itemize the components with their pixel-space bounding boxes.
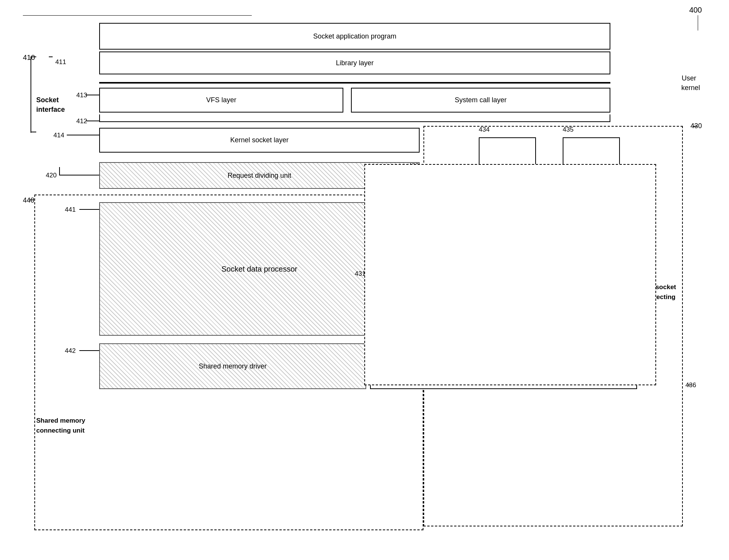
vfs-layer-box: VFS layer	[99, 88, 343, 113]
ref-420-line	[59, 175, 100, 175]
user-kernel-line	[99, 82, 610, 84]
ref-441-line	[79, 209, 100, 210]
ref-440: 440	[23, 196, 34, 204]
kernel-socket-layer-label: Kernel socket layer	[230, 136, 288, 144]
system-call-layer-label: System call layer	[455, 96, 507, 104]
ref-436-line	[688, 385, 692, 385]
ref-430-line	[694, 126, 697, 127]
shared-memory-driver-label: Shared memory driver	[199, 362, 267, 370]
bracket-410-h	[31, 56, 36, 57]
library-layer-label: Library layer	[336, 59, 373, 67]
ref-442: 442	[65, 347, 76, 355]
socket-app-box: Socket application program	[99, 23, 610, 50]
socket-interface-label: Socketinterface	[36, 95, 65, 114]
bracket-410-bot	[31, 132, 36, 132]
socket-app-label: Socket application program	[313, 32, 396, 40]
user-label: User	[682, 74, 696, 82]
ref-434: 434	[479, 126, 489, 134]
ref-412: 412	[76, 117, 87, 125]
ref-420: 420	[46, 172, 56, 179]
kernel-label: kernel	[681, 84, 700, 92]
ref-400: 400	[689, 6, 702, 14]
ref-line-400	[23, 15, 252, 16]
request-dividing-unit-label: Request dividing unit	[227, 172, 291, 180]
ref-441: 441	[65, 206, 76, 214]
ref-line-400-v	[697, 15, 698, 31]
tcp-ip-dashed-box	[364, 164, 656, 385]
ref-414-line	[67, 135, 100, 135]
ref-420-v	[59, 167, 60, 175]
kernel-socket-layer-box: Kernel socket layer	[99, 128, 420, 153]
ref-442-line	[79, 350, 100, 351]
ref-435: 435	[563, 126, 573, 134]
shared-memory-connecting-unit-label: Shared memoryconnecting unit	[36, 416, 85, 435]
ref-436: 436	[686, 381, 696, 389]
socket-data-processor-label: Socket data processor	[222, 265, 298, 274]
ref-440-line	[30, 200, 34, 200]
ref-414: 414	[53, 132, 64, 139]
ref-413: 413	[76, 92, 87, 99]
ref-411-line	[49, 56, 53, 57]
bracket-410-v	[31, 56, 31, 133]
ref-413-line	[86, 95, 100, 95]
shared-memory-driver-box: Shared memory driver	[99, 343, 366, 389]
vfs-layer-label: VFS layer	[206, 96, 236, 104]
system-call-layer-box: System call layer	[351, 88, 610, 113]
ref-410: 410	[23, 53, 35, 62]
ref-411: 411	[55, 58, 66, 66]
diagram-container: 400 Socket application program 410 411 L…	[23, 15, 702, 542]
interface-bottom-bar	[99, 114, 610, 122]
library-layer-box: Library layer	[99, 51, 610, 74]
ref-412-line	[86, 121, 100, 121]
